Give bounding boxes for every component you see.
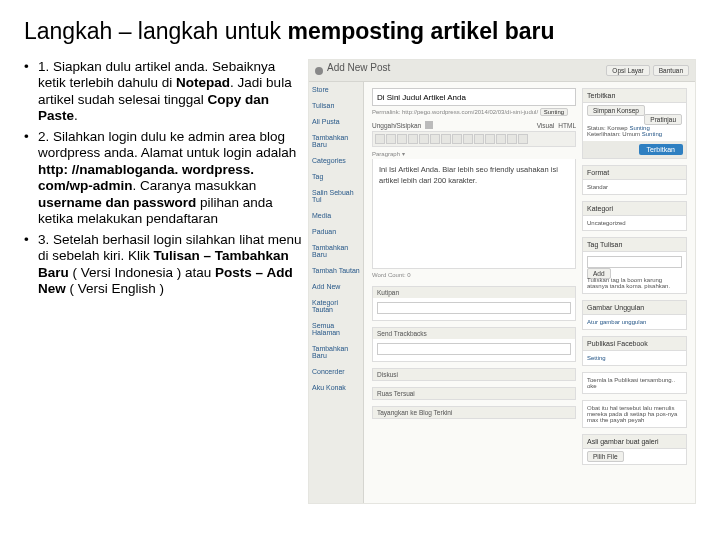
set-featured-link[interactable]: Atur gambar unggulan [587,319,646,325]
quote-icon[interactable] [430,134,440,144]
fullscreen-icon[interactable] [518,134,528,144]
visual-tab[interactable]: Visual [537,122,555,129]
steps-list: 1. Siapkan dulu artikel anda. Sebaiknya … [24,59,302,504]
nav-halaman[interactable]: Semua Halaman [312,322,360,336]
nav-kategori[interactable]: Kategori Tautan [312,299,360,313]
theme-box: Toemla la Publikasi tersambung.. oke [582,372,687,394]
align-right-icon[interactable] [463,134,473,144]
diskusi-box: Diskusi [372,368,576,381]
html-tab[interactable]: HTML [558,122,576,129]
spell-icon[interactable] [507,134,517,144]
nav-aku[interactable]: Aku Konak [312,384,360,391]
permalink: Permalink: http://pego.wordpress.com/201… [372,109,576,115]
tayangkan-box: Tayangkan ke Blog Terkini [372,406,576,419]
save-draft-button[interactable]: Simpan Konsep [587,105,645,116]
nav-paduan[interactable]: Paduan [312,228,360,235]
nav-store[interactable]: Store [312,86,360,93]
help-button[interactable]: Bantuan [653,65,689,76]
kutipan-box: Kutipan [372,286,576,321]
wp-sidebar: Store Tulisan Ali Pusta Tambahkan Baru C… [309,82,364,503]
ol-icon[interactable] [419,134,429,144]
nav-tulisan[interactable]: Tulisan [312,102,360,109]
publish-box: Terbitkan Simpan Konsep Pratinjau Status… [582,88,687,159]
link-icon[interactable] [474,134,484,144]
edit-permalink-button[interactable]: Sunting [540,108,568,116]
nav-tambah[interactable]: Tambahkan Baru [312,134,360,148]
ul-icon[interactable] [408,134,418,144]
step-2: 2. Silahkan login dulu ke admin area blo… [24,129,302,228]
slide-title: Langkah – langkah untuk memposting artik… [24,18,696,45]
choose-file-button[interactable]: Pilih File [587,451,624,462]
trackback-box: Send Trackbacks [372,327,576,362]
strike-icon[interactable] [397,134,407,144]
media-icon[interactable] [425,121,433,129]
nav-tambah2[interactable]: Tambahkan Baru [312,244,360,258]
editor-toolbar [372,131,576,147]
nav-tag[interactable]: Tag [312,173,360,180]
nav-tambah3[interactable]: Tambahkan Baru [312,345,360,359]
galeri-box: Asli gambar buat galeriPilih File [582,434,687,465]
post-title-input[interactable] [372,88,576,106]
nav-categories[interactable]: Categories [312,157,360,164]
wp-page-title: Add New Post [327,62,390,73]
preview-button[interactable]: Pratinjau [644,114,682,125]
nav-concerder[interactable]: Concerder [312,368,360,375]
align-left-icon[interactable] [441,134,451,144]
obat-box: Obat itu hal tersebut lalu menulis merek… [582,400,687,428]
screen-options-button[interactable]: Opsi Layar [606,65,649,76]
word-count: Word Count: 0 [372,272,576,278]
publish-button[interactable]: Terbitkan [639,144,683,155]
nav-alipusta[interactable]: Ali Pusta [312,118,360,125]
facebook-box: Publikasi FacebookSetting [582,336,687,366]
nav-media[interactable]: Media [312,212,360,219]
italic-icon[interactable] [386,134,396,144]
nav-addnew[interactable]: Add New [312,283,360,290]
step-3: 3. Setelah berhasil login silahkan lihat… [24,232,302,298]
unggulan-box: Gambar UnggulanAtur gambar unggulan [582,300,687,330]
tag-box: Tag TulisanAddTuliskan tag la boom karun… [582,237,687,294]
editor-content[interactable]: Ini Isi Artikel Anda. Biar lebih seo fri… [372,159,576,269]
more-icon[interactable] [496,134,506,144]
edit-visibility[interactable]: Sunting [642,131,662,137]
wordpress-screenshot: Add New Post Opsi Layar Bantuan Store Tu… [308,59,696,504]
format-box: FormatStandar [582,165,687,195]
kategori-box: KategoriUncategorized [582,201,687,231]
bold-icon[interactable] [375,134,385,144]
step-1: 1. Siapkan dulu artikel anda. Sebaiknya … [24,59,302,125]
upload-insert[interactable]: Unggah/Sisipkan [372,122,421,129]
unlink-icon[interactable] [485,134,495,144]
pin-icon [315,67,323,75]
paragraph-select[interactable]: Paragraph ▾ [372,150,576,157]
nav-tautan[interactable]: Tambah Tautan [312,267,360,274]
nav-salin[interactable]: Salin Sebuah Tul [312,189,360,203]
ruas-box: Ruas Tersuai [372,387,576,400]
align-center-icon[interactable] [452,134,462,144]
